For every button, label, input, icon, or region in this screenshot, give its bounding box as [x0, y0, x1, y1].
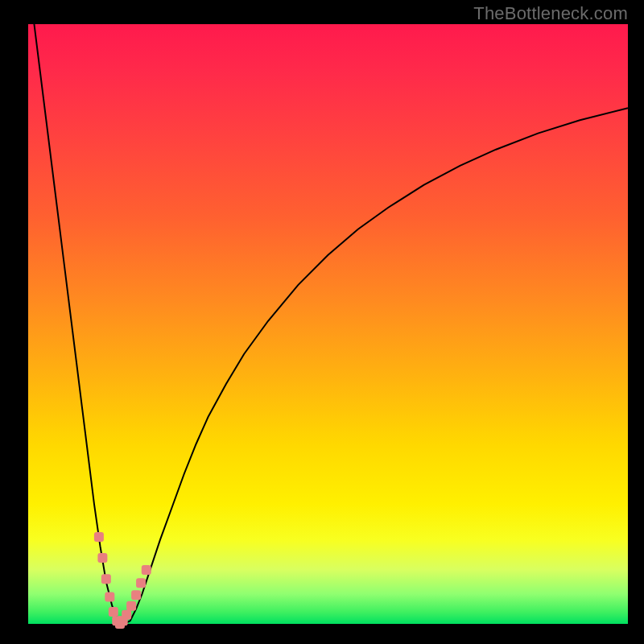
chart-marker	[126, 601, 136, 611]
watermark-text: TheBottleneck.com	[473, 3, 628, 24]
chart-markers	[94, 532, 151, 629]
chart-marker	[105, 592, 114, 601]
chart-marker	[97, 553, 107, 563]
chart-marker	[101, 574, 111, 584]
chart-marker	[94, 532, 104, 542]
chart-frame: TheBottleneck.com	[0, 0, 644, 644]
chart-marker	[122, 610, 131, 620]
chart-marker	[136, 578, 146, 588]
chart-marker	[131, 590, 141, 600]
chart-svg	[0, 0, 644, 644]
chart-marker	[109, 607, 118, 617]
chart-curve	[34, 24, 628, 624]
chart-marker	[142, 565, 151, 575]
